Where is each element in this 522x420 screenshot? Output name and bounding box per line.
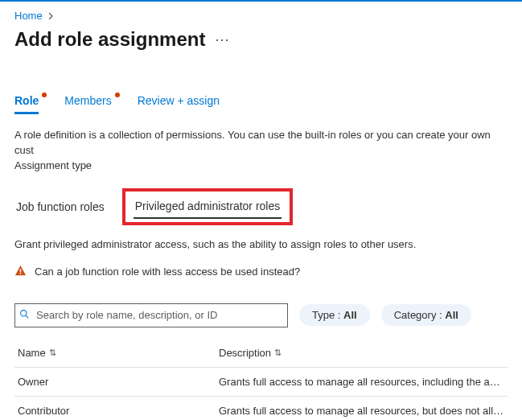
svg-rect-1 <box>20 273 22 274</box>
role-description-cell: Grants full access to manage all resourc… <box>216 368 508 396</box>
page-title: Add role assignment <box>14 28 205 51</box>
role-name-cell: Contributor <box>14 397 216 420</box>
table-header-row: Name ⇅ Description ⇅ <box>14 339 508 368</box>
filter-type-pill[interactable]: Type : All <box>299 304 370 326</box>
warning-text: Can a job function role with less access… <box>35 266 300 278</box>
svg-line-3 <box>26 315 28 318</box>
more-actions-button[interactable]: ⋯ <box>215 31 230 48</box>
search-input[interactable] <box>14 303 288 327</box>
sort-icon: ⇅ <box>49 348 56 358</box>
search-box <box>14 303 288 327</box>
sort-icon: ⇅ <box>274 348 282 358</box>
warning-row: Can a job function role with less access… <box>14 265 508 279</box>
tab-role[interactable]: Role <box>14 89 39 114</box>
role-description-cell: Grants full access to manage all resourc… <box>216 397 508 420</box>
subtab-privileged-admin-roles[interactable]: Privileged administrator roles <box>134 195 282 219</box>
breadcrumb: Home <box>14 10 508 22</box>
tab-members[interactable]: Members <box>64 89 111 114</box>
svg-point-2 <box>21 310 27 315</box>
table-row[interactable]: Contributor Grants full access to manage… <box>14 397 508 420</box>
filter-category-pill[interactable]: Category : All <box>381 304 471 326</box>
table-row[interactable]: Owner Grants full access to manage all r… <box>14 368 508 397</box>
role-type-tabs: Job function roles Privileged administra… <box>14 188 508 225</box>
wizard-tabs: Role Members Review + assign <box>14 89 508 115</box>
tab-members-alert-dot <box>115 93 120 97</box>
highlight-annotation: Privileged administrator roles <box>122 188 294 225</box>
breadcrumb-home-link[interactable]: Home <box>14 10 43 22</box>
chevron-right-icon <box>47 10 54 22</box>
roles-table: Name ⇅ Description ⇅ Owner Grants full a… <box>14 339 508 420</box>
role-description: A role definition is a collection of per… <box>14 128 508 174</box>
grant-description: Grant privileged administrator access, s… <box>14 238 508 250</box>
role-name-cell: Owner <box>14 368 216 396</box>
svg-rect-0 <box>20 269 22 272</box>
column-header-description[interactable]: Description ⇅ <box>216 339 508 367</box>
search-icon <box>19 309 30 322</box>
subtab-job-function-roles[interactable]: Job function roles <box>14 196 106 218</box>
tab-review-assign[interactable]: Review + assign <box>138 89 220 114</box>
column-header-name[interactable]: Name ⇅ <box>14 339 216 367</box>
warning-icon <box>14 265 27 279</box>
tab-role-alert-dot <box>42 93 47 97</box>
